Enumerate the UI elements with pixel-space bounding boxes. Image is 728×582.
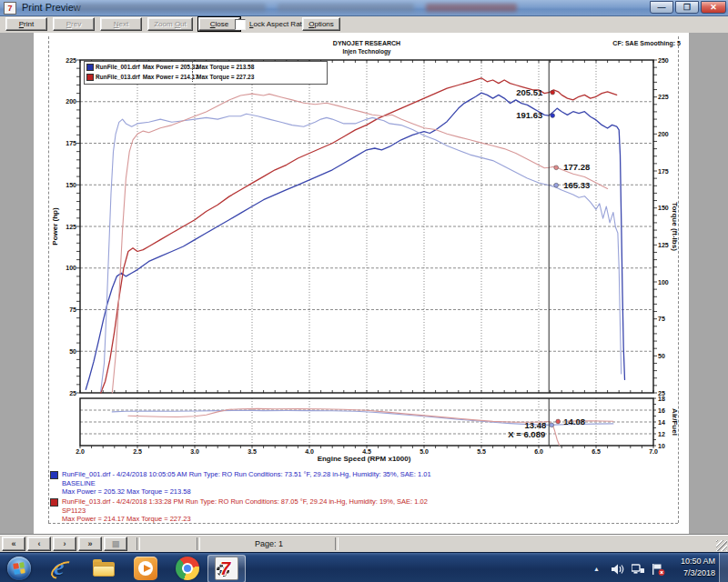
windows-logo-icon — [13, 562, 25, 575]
run2-conditions: RunFile_013.drf - 4/24/2018 1:33:28 PM R… — [62, 497, 651, 507]
statusbar-separator — [136, 537, 140, 550]
torque-tick-label: 125 — [658, 242, 669, 248]
torque-tick-label: 50 — [658, 353, 665, 359]
chart-header-company: DYNOJET RESEARCH — [323, 40, 410, 46]
power-tick-label: 150 — [66, 182, 76, 188]
cursor-marker-dot — [556, 419, 561, 424]
cursor-x-label: X = 6.089 — [508, 429, 545, 439]
resize-grip[interactable] — [716, 540, 727, 551]
cursor-marker-dot — [551, 114, 555, 118]
clock-time: 10:50 AM — [659, 556, 715, 567]
x-tick-label: 2.0 — [76, 448, 85, 455]
first-page-button[interactable]: « — [2, 537, 25, 551]
legend-row-run2: RunFile_013.drf Max Power = 214.17 Max T… — [85, 72, 327, 82]
clock-date: 7/3/2018 — [659, 567, 715, 579]
run1-info-block: RunFile_001.drf - 4/24/2018 10:05:05 AM … — [50, 470, 651, 497]
power-axis-title: Power (hp) — [51, 207, 59, 245]
x-tick-label: 4.5 — [362, 448, 371, 455]
chart-header-correction: CF: SAE Smoothing: 5 — [582, 40, 681, 46]
next-page-button-status[interactable]: › — [53, 537, 76, 551]
media-player-icon[interactable] — [134, 557, 157, 580]
run2-max-values: Max Power = 214.17 Max Torque = 227.23 — [62, 515, 651, 524]
run1-max-values: Max Power = 205.32 Max Torque = 213.58 — [62, 487, 651, 497]
torque-tick-label: 200 — [658, 131, 669, 137]
af-tick-label: 18 — [658, 396, 665, 402]
x-tick-label: 5.5 — [477, 448, 486, 455]
taskbar-clock[interactable]: 10:50 AM 7/3/2018 — [659, 556, 715, 579]
chart-legend: RunFile_001.drf Max Power = 205.32 Max T… — [84, 61, 328, 85]
airfuel-axis-title: Air/Fuel — [671, 408, 679, 436]
legend-max-torque: Max Torque = 213.58 — [192, 62, 254, 72]
legend-row-run1: RunFile_001.drf Max Power = 205.32 Max T… — [85, 62, 327, 72]
windows-explorer-icon[interactable] — [92, 557, 116, 580]
af-tick-label: 12 — [658, 431, 665, 437]
x-tick-label: 4.0 — [305, 448, 314, 455]
legend-max-power: Max Power = 205.32 — [143, 64, 198, 70]
run1-note: BASELINE — [62, 479, 651, 488]
cursor-marker-dot — [551, 90, 555, 95]
run1-color-chip — [86, 64, 94, 71]
run2-note: SP1123 — [62, 507, 651, 516]
hidden-icons-arrow[interactable]: ▲ — [593, 566, 600, 572]
previous-page-button[interactable]: ‹ — [27, 537, 51, 551]
last-page-button[interactable]: » — [78, 537, 102, 551]
cursor-marker-dot — [550, 423, 554, 427]
run2-af-curve — [128, 408, 560, 445]
page-number-label: Page: 1 — [255, 539, 283, 548]
torque-tick-label: 150 — [658, 205, 669, 211]
legend-max-torque: Max Torque = 227.23 — [192, 72, 254, 82]
af-tick-label: 14 — [658, 419, 665, 426]
legend-file: RunFile_001.drf — [96, 64, 140, 70]
winpep-dynojet-icon[interactable]: 7 — [215, 557, 238, 580]
x-tick-label: 6.0 — [534, 448, 543, 455]
cursor-value-label: 177.28 — [563, 162, 590, 172]
chrome-icon[interactable] — [176, 557, 199, 580]
power-tick-label: 100 — [66, 265, 76, 271]
cursor-value-label: 205.51 — [516, 87, 543, 97]
cursor-marker-dot — [554, 183, 559, 187]
status-bar: « ‹ › » ▤ Page: 1 — [0, 535, 728, 553]
network-icon[interactable] — [632, 564, 644, 575]
torque-tick-label: 100 — [658, 279, 669, 286]
power-tick-label: 225 — [66, 57, 76, 64]
power-tick-label: 50 — [69, 348, 76, 355]
legend-max-power: Max Power = 214.17 — [143, 74, 198, 80]
x-tick-label: 3.0 — [190, 448, 199, 455]
power-tick-label: 175 — [66, 140, 76, 146]
x-tick-label: 5.0 — [420, 448, 429, 455]
run2-info-block: RunFile_013.drf - 4/24/2018 1:33:28 PM R… — [50, 497, 651, 524]
x-tick-label: 7.0 — [649, 448, 658, 455]
cursor-marker-dot — [554, 166, 559, 170]
x-axis-title: Engine Speed (RPM x1000) — [228, 455, 500, 463]
af-tick-label: 10 — [658, 443, 665, 449]
run2-color-chip — [50, 498, 58, 507]
torque-tick-label: 75 — [658, 316, 665, 322]
run2-color-chip — [86, 74, 94, 81]
cursor-value-label: 165.33 — [563, 180, 590, 190]
run1-torque-curve — [101, 114, 622, 391]
run2-torque-curve — [112, 94, 607, 393]
torque-tick-label: 175 — [658, 168, 669, 175]
torque-tick-label: 250 — [658, 57, 669, 64]
legend-file: RunFile_013.drf — [96, 74, 140, 80]
cursor-value-label: 14.08 — [563, 416, 585, 426]
chart-header-subtitle: Injen Technology — [323, 48, 410, 55]
run1-power-curve — [86, 93, 624, 389]
statusbar-separator — [335, 537, 339, 550]
cursor-value-label: 191.63 — [516, 110, 542, 120]
statusbar-separator — [197, 537, 200, 550]
x-tick-label: 6.5 — [592, 448, 601, 455]
x-tick-label: 3.5 — [248, 448, 257, 455]
power-tick-label: 75 — [69, 306, 76, 313]
run2-power-curve — [101, 78, 617, 393]
volume-icon[interactable] — [612, 564, 624, 575]
page-setup-button[interactable]: ▤ — [104, 537, 127, 551]
show-desktop-button[interactable] — [719, 553, 728, 582]
torque-tick-label: 225 — [658, 94, 669, 100]
start-button[interactable] — [7, 557, 31, 580]
internet-explorer-icon[interactable]: e — [50, 557, 74, 580]
windows-taskbar: e 7 ▲ 10:50 AM 7/3/2018 — [0, 552, 728, 582]
power-tick-label: 125 — [66, 224, 76, 230]
torque-axis-title: Torque (ft-lbs) — [671, 202, 679, 251]
run1-conditions: RunFile_001.drf - 4/24/2018 10:05:05 AM … — [62, 470, 651, 479]
